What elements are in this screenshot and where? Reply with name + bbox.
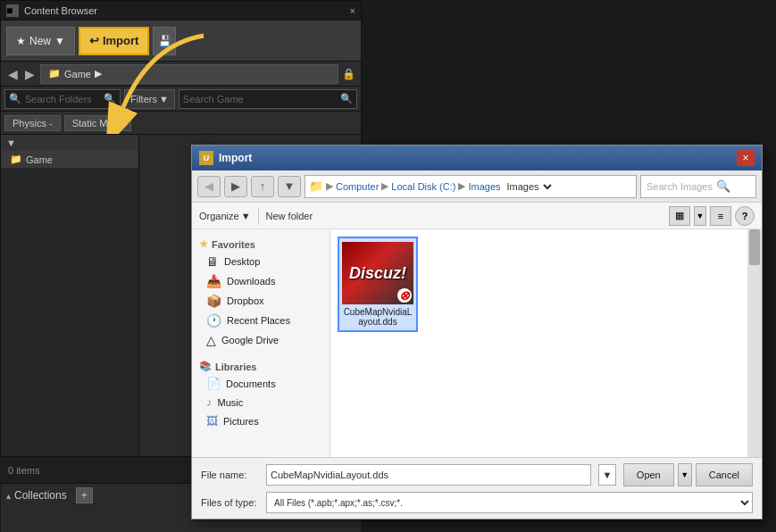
save-button[interactable]: 💾 — [153, 27, 176, 55]
sidebar-item-pictures[interactable]: 🖼 Pictures — [192, 411, 330, 430]
collections-header: ▴ Collections + — [6, 487, 93, 503]
items-count: 0 items — [8, 465, 39, 476]
open-dropdown[interactable]: ▼ — [678, 463, 692, 486]
path-images[interactable]: Images — [468, 181, 500, 192]
sidebar-item-game[interactable]: 📁 Game — [1, 151, 138, 168]
location-text: Game — [64, 69, 91, 79]
search-game[interactable]: Search Game 🔍 — [179, 89, 357, 109]
collections-add-icon[interactable]: + — [76, 487, 93, 503]
folder-icon: 📁 — [48, 68, 61, 79]
collections-label: Collections — [14, 489, 67, 502]
error-icon: ⊗ — [399, 288, 410, 303]
dialog-address-bar: 📁 ▶ Computer ▶ Local Disk (C:) ▶ Images … — [305, 175, 637, 198]
dialog-forward-button[interactable]: ▶ — [224, 176, 247, 197]
staticmesh-tag[interactable]: Static Mesh — [64, 115, 131, 131]
dialog-up-button[interactable]: ↑ — [251, 176, 274, 197]
import-button[interactable]: ↩ Import — [79, 27, 149, 55]
dialog-footer: File name: ▼ Open ▼ Cancel Files of type… — [192, 457, 762, 519]
path-dropdown[interactable]: Images — [504, 180, 555, 193]
dialog-back-button[interactable]: ◀ — [197, 176, 221, 197]
favorites-star: ★ — [199, 238, 208, 250]
googledrive-icon: △ — [206, 333, 216, 347]
lock-icon: 🔒 — [342, 68, 355, 80]
path-sep-1: ▶ — [326, 180, 333, 192]
open-button[interactable]: Open — [623, 463, 674, 486]
new-dropdown-icon: ▼ — [54, 35, 65, 47]
cancel-button[interactable]: Cancel — [696, 463, 753, 486]
file-item-cubemap[interactable]: Discuz! ⊗ CubeMapNvidiaLayout.dds — [338, 237, 418, 332]
content-browser-title: Content Browser — [24, 5, 350, 16]
downloads-icon: 📥 — [206, 274, 221, 288]
scrollbar-track[interactable] — [747, 229, 762, 457]
path-sep-3: ▶ — [458, 180, 465, 192]
file-thumbnail: Discuz! ⊗ — [342, 242, 413, 304]
sidebar-item-desktop[interactable]: 🖥 Desktop — [192, 252, 330, 271]
collections-triangle[interactable]: ▴ — [6, 491, 11, 501]
filename-input[interactable] — [266, 464, 591, 486]
sidebar-item-downloads[interactable]: 📥 Downloads — [192, 271, 330, 291]
search-game-placeholder: Search Game — [183, 94, 244, 104]
footer-buttons: Open ▼ Cancel — [623, 463, 753, 486]
filters-button[interactable]: Filters ▼ — [124, 89, 175, 109]
search-folders-icon: 🔍 — [9, 93, 21, 104]
physics-tag[interactable]: Physics - — [4, 115, 61, 131]
new-button[interactable]: ★ New ▼ — [6, 27, 75, 55]
view-dropdown-button[interactable]: ▼ — [694, 206, 706, 226]
sidebar-item-recent-places[interactable]: 🕐 Recent Places — [192, 311, 330, 330]
dialog-toolbar: ◀ ▶ ↑ ▼ 📁 ▶ Computer ▶ Local Disk (C:) ▶… — [192, 170, 762, 203]
help-button[interactable]: ? — [735, 206, 755, 226]
search-folders: 🔍 Search Folders 🔍 — [4, 89, 121, 109]
folder-icon-small: 📁 — [309, 179, 323, 193]
filetype-label: Files of type: — [201, 497, 259, 508]
filetype-select[interactable]: All Files (*.apb;*.apx;*.as;*.csv;*. — [266, 492, 753, 513]
dialog-icon: U — [199, 151, 213, 165]
content-browser-titlebar: ■ Content Browser × — [1, 1, 361, 21]
organize-button[interactable]: Organize ▼ — [199, 211, 251, 221]
dialog-search-icon: 🔍 — [716, 179, 730, 193]
sidebar-item-dropbox[interactable]: 📦 Dropbox — [192, 291, 330, 311]
save-icon: 💾 — [158, 35, 171, 47]
pictures-icon: 🖼 — [206, 414, 218, 428]
close-icon[interactable]: × — [350, 5, 355, 16]
import-icon: ↩ — [89, 34, 99, 47]
dialog-subtoolbar: Organize ▼ New folder ▦ ▼ ≡ ? — [192, 203, 762, 229]
file-error-badge: ⊗ — [397, 288, 412, 303]
new-folder-button[interactable]: New folder — [266, 211, 313, 221]
path-localdisk[interactable]: Local Disk (C:) — [391, 181, 455, 192]
nav-location: 📁 Game ▶ — [40, 64, 338, 84]
path-sep-2: ▶ — [381, 180, 388, 192]
library-icon: 📚 — [199, 361, 212, 372]
search-folders-placeholder: Search Folders — [25, 94, 92, 104]
cb-nav: ◀ ▶ 📁 Game ▶ 🔒 — [1, 62, 361, 87]
cb-toolbar: ★ New ▼ ↩ Import 💾 — [1, 21, 361, 62]
file-name: CubeMapNvidiaLayout.dds — [343, 307, 413, 327]
sidebar-item-music[interactable]: ♪ Music — [192, 393, 330, 411]
path-computer[interactable]: Computer — [336, 181, 379, 192]
back-button[interactable]: ◀ — [6, 67, 20, 81]
view-thumbnail-button[interactable]: ▦ — [669, 206, 690, 226]
filename-dropdown[interactable]: ▼ — [598, 464, 616, 486]
recent-icon: 🕐 — [206, 313, 221, 328]
dialog-search-box[interactable]: Search Images 🔍 — [640, 175, 756, 198]
dialog-content: Discuz! ⊗ CubeMapNvidiaLayout.dds — [330, 229, 762, 457]
filename-label: File name: — [201, 470, 259, 480]
organize-arrow: ▼ — [241, 211, 251, 221]
filename-row: File name: ▼ Open ▼ Cancel — [201, 463, 753, 486]
scrollbar-thumb[interactable] — [749, 229, 760, 265]
dialog-sidebar: ★ Favorites 🖥 Desktop 📥 Downloads 📦 Drop… — [192, 229, 330, 457]
sidebar-spacer — [192, 350, 330, 357]
dialog-body: ★ Favorites 🖥 Desktop 📥 Downloads 📦 Drop… — [192, 229, 762, 457]
sidebar-item-documents[interactable]: 📄 Documents — [192, 374, 330, 393]
search-placeholder-text: Search Images — [647, 181, 713, 192]
sidebar-item-google-drive[interactable]: △ Google Drive — [192, 330, 330, 350]
location-arrow: ▶ — [95, 68, 102, 79]
documents-icon: 📄 — [206, 377, 221, 390]
dialog-recent-button[interactable]: ▼ — [278, 176, 301, 197]
dialog-close-button[interactable]: × — [737, 150, 755, 166]
dialog-title: Import — [219, 152, 737, 164]
search-folders-btn[interactable]: 🔍 — [104, 93, 116, 104]
search-game-icon: 🔍 — [340, 93, 353, 104]
view-list-button[interactable]: ≡ — [710, 206, 731, 226]
forward-button[interactable]: ▶ — [23, 67, 37, 81]
filetype-row: Files of type: All Files (*.apb;*.apx;*.… — [201, 492, 753, 513]
